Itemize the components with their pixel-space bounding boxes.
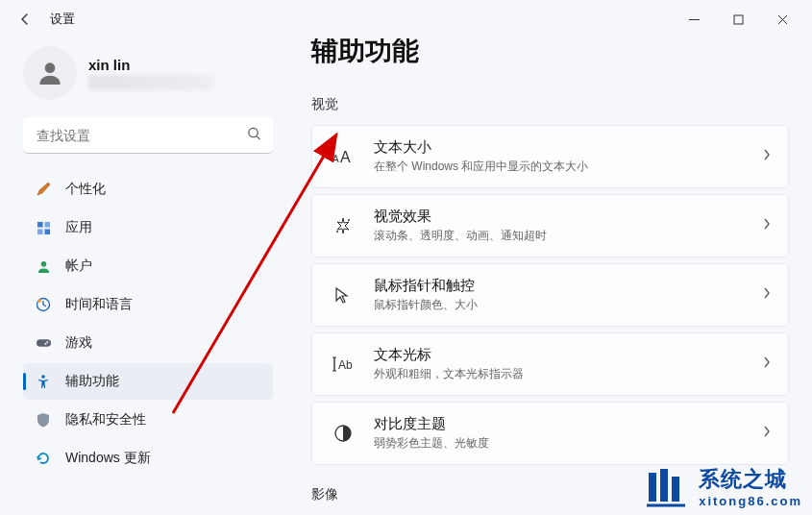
chevron-right-icon	[763, 425, 771, 442]
chevron-right-icon	[763, 356, 771, 373]
sidebar-item-windows-update[interactable]: Windows 更新	[23, 440, 273, 477]
chevron-right-icon	[763, 217, 771, 234]
sidebar-item-label: 应用	[65, 219, 92, 236]
svg-point-13	[46, 341, 48, 343]
cards-visual: AA 文本大小 在整个 Windows 和应用中显示的文本大小 视觉效果 滚动条…	[311, 125, 789, 465]
svg-rect-28	[660, 469, 668, 502]
sidebar-item-label: 游戏	[65, 334, 92, 352]
sidebar-item-label: Windows 更新	[65, 450, 151, 467]
person-icon	[35, 58, 65, 88]
card-title: 对比度主题	[374, 415, 763, 433]
close-button[interactable]	[760, 4, 804, 35]
sidebar-item-label: 个性化	[65, 181, 106, 198]
watermark: 系统之城 xitong86.com	[643, 463, 802, 509]
svg-text:Ab: Ab	[338, 358, 353, 372]
card-sub: 鼠标指针颜色、大小	[374, 297, 763, 313]
card-contrast[interactable]: 对比度主题 弱势彩色主题、光敏度	[311, 402, 789, 465]
page-title: 辅助功能	[311, 38, 789, 69]
svg-rect-7	[37, 229, 42, 234]
update-icon	[35, 450, 52, 467]
sidebar: xin lin 个性化 应用 帐户	[0, 38, 288, 515]
svg-point-11	[37, 299, 41, 303]
sidebar-item-time-language[interactable]: 时间和语言	[23, 286, 273, 323]
svg-rect-1	[734, 15, 743, 24]
profile-name: xin lin	[88, 57, 213, 73]
close-icon	[777, 14, 788, 25]
shield-icon	[35, 411, 52, 429]
window-controls	[672, 4, 804, 35]
contrast-icon	[330, 424, 357, 443]
card-sub: 在整个 Windows 和应用中显示的文本大小	[374, 159, 763, 175]
svg-rect-29	[672, 477, 679, 502]
maximize-button[interactable]	[716, 4, 760, 35]
game-icon	[35, 334, 52, 352]
svg-text:A: A	[332, 154, 339, 164]
profile[interactable]: xin lin	[23, 46, 273, 100]
sidebar-item-gaming[interactable]: 游戏	[23, 325, 273, 361]
card-visual-effects[interactable]: 视觉效果 滚动条、透明度、动画、通知超时	[311, 194, 789, 258]
titlebar: 设置	[0, 0, 812, 38]
svg-rect-12	[36, 339, 50, 347]
minimize-button[interactable]	[672, 4, 716, 35]
chevron-right-icon	[763, 148, 771, 165]
text-cursor-icon: Ab	[330, 356, 357, 373]
brush-icon	[35, 181, 52, 198]
svg-point-14	[44, 343, 46, 345]
watermark-name: 系统之城	[699, 465, 802, 494]
watermark-logo-icon	[643, 463, 689, 509]
avatar	[23, 46, 77, 100]
sidebar-item-label: 辅助功能	[65, 373, 119, 390]
visual-effects-icon	[330, 216, 357, 235]
svg-point-15	[41, 375, 45, 379]
maximize-icon	[733, 14, 744, 25]
chevron-right-icon	[763, 286, 771, 304]
search-input[interactable]	[23, 117, 273, 154]
sidebar-item-label: 帐户	[65, 258, 92, 275]
section-label-visual: 视觉	[311, 96, 789, 113]
sidebar-item-personalization[interactable]: 个性化	[23, 171, 273, 208]
card-title: 鼠标指针和触控	[374, 277, 763, 295]
window-title: 设置	[50, 11, 75, 28]
sidebar-item-privacy[interactable]: 隐私和安全性	[23, 402, 273, 438]
card-title: 文本大小	[374, 138, 763, 157]
card-sub: 滚动条、透明度、动画、通知超时	[374, 228, 763, 244]
card-sub: 外观和粗细，文本光标指示器	[374, 366, 763, 382]
text-size-icon: AA	[330, 148, 357, 165]
svg-point-3	[249, 128, 258, 136]
nav: 个性化 应用 帐户 时间和语言 游戏 辅助功能	[23, 171, 273, 477]
mouse-pointer-icon	[330, 285, 357, 305]
sidebar-item-apps[interactable]: 应用	[23, 209, 273, 246]
profile-email-redacted	[88, 75, 213, 90]
sidebar-item-label: 时间和语言	[65, 296, 133, 313]
sidebar-item-label: 隐私和安全性	[65, 411, 146, 429]
svg-rect-27	[649, 473, 656, 502]
svg-line-4	[257, 136, 259, 139]
card-sub: 弱势彩色主题、光敏度	[374, 435, 763, 452]
person-icon	[35, 258, 52, 275]
card-title: 文本光标	[374, 346, 763, 364]
svg-rect-8	[44, 229, 50, 234]
card-mouse-pointer[interactable]: 鼠标指针和触控 鼠标指针颜色、大小	[311, 263, 789, 327]
accessibility-icon	[35, 373, 52, 390]
svg-rect-5	[37, 221, 42, 227]
watermark-url: xitong86.com	[699, 494, 802, 508]
svg-rect-6	[44, 221, 50, 227]
minimize-icon	[689, 14, 700, 25]
back-button[interactable]	[8, 2, 42, 37]
svg-point-19	[336, 231, 338, 233]
card-text-cursor[interactable]: Ab 文本光标 外观和粗细，文本光标指示器	[311, 332, 789, 396]
search-icon	[247, 127, 261, 145]
apps-icon	[35, 219, 52, 236]
svg-text:A: A	[340, 149, 351, 165]
svg-point-2	[45, 62, 56, 73]
svg-point-9	[40, 260, 46, 266]
card-text-size[interactable]: AA 文本大小 在整个 Windows 和应用中显示的文本大小	[311, 125, 789, 188]
content: 辅助功能 视觉 AA 文本大小 在整个 Windows 和应用中显示的文本大小	[288, 38, 812, 515]
sidebar-item-accounts[interactable]: 帐户	[23, 248, 273, 284]
card-title: 视觉效果	[374, 208, 763, 226]
search-box	[23, 117, 273, 154]
arrow-left-icon	[17, 12, 33, 27]
svg-point-18	[348, 219, 350, 221]
sidebar-item-accessibility[interactable]: 辅助功能	[23, 363, 273, 400]
time-icon	[35, 296, 52, 313]
